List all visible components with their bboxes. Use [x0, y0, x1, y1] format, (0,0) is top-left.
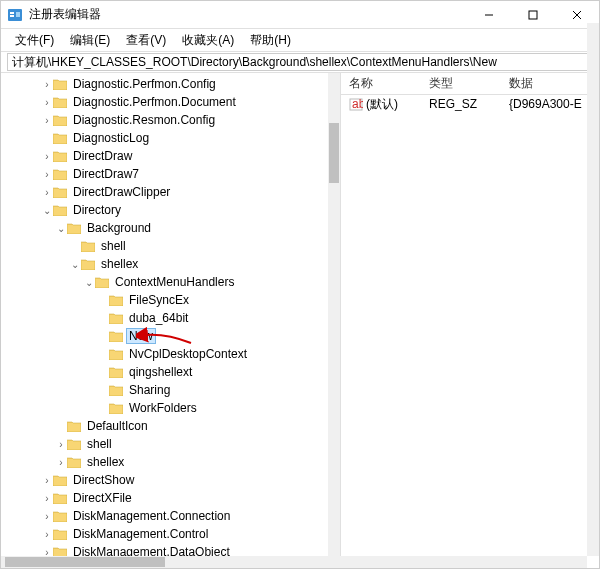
- chevron-down-icon[interactable]: ⌄: [83, 277, 95, 288]
- menubar: 文件(F) 编辑(E) 查看(V) 收藏夹(A) 帮助(H): [1, 29, 599, 51]
- tree-item-label: DefaultIcon: [84, 418, 151, 434]
- tree-item[interactable]: ›DiskManagement.Control: [1, 525, 328, 543]
- tree-item[interactable]: New: [1, 327, 328, 345]
- menu-help[interactable]: 帮助(H): [242, 30, 299, 51]
- chevron-right-icon[interactable]: ›: [55, 457, 67, 468]
- tree-item[interactable]: Sharing: [1, 381, 328, 399]
- maximize-button[interactable]: [511, 1, 555, 29]
- tree-item[interactable]: qingshellext: [1, 363, 328, 381]
- folder-icon: [53, 150, 67, 162]
- address-bar: [1, 51, 599, 73]
- chevron-right-icon[interactable]: ›: [41, 115, 53, 126]
- menu-edit[interactable]: 编辑(E): [62, 30, 118, 51]
- chevron-right-icon[interactable]: ›: [41, 97, 53, 108]
- folder-icon: [53, 528, 67, 540]
- tree-item[interactable]: ›shell: [1, 435, 328, 453]
- chevron-right-icon[interactable]: ›: [41, 475, 53, 486]
- tree-item[interactable]: shell: [1, 237, 328, 255]
- list-body[interactable]: ab(默认)REG_SZ{D969A300-E: [341, 95, 599, 568]
- list-row[interactable]: ab(默认)REG_SZ{D969A300-E: [341, 95, 599, 113]
- tree-item[interactable]: ›DirectShow: [1, 471, 328, 489]
- tree-item[interactable]: ⌄shellex: [1, 255, 328, 273]
- list-header: 名称 类型 数据: [341, 73, 599, 95]
- cell-data: {D969A300-E: [501, 97, 599, 111]
- chevron-right-icon[interactable]: ›: [41, 187, 53, 198]
- tree-item[interactable]: ›Diagnostic.Perfmon.Config: [1, 75, 328, 93]
- tree-item[interactable]: WorkFolders: [1, 399, 328, 417]
- tree-item-label: DirectShow: [70, 472, 137, 488]
- folder-icon: [53, 204, 67, 216]
- folder-icon: [53, 132, 67, 144]
- string-value-icon: ab: [349, 97, 363, 111]
- tree-item[interactable]: ›DiskManagement.DataObject: [1, 543, 328, 556]
- folder-icon: [109, 348, 123, 360]
- folder-icon: [53, 474, 67, 486]
- col-type[interactable]: 类型: [421, 75, 501, 92]
- tree-item[interactable]: DefaultIcon: [1, 417, 328, 435]
- tree-item-label: NvCplDesktopContext: [126, 346, 250, 362]
- tree-item[interactable]: ›Diagnostic.Perfmon.Document: [1, 93, 328, 111]
- chevron-right-icon[interactable]: ›: [55, 439, 67, 450]
- tree-item[interactable]: ›DirectDraw7: [1, 165, 328, 183]
- tree-item-label: Diagnostic.Perfmon.Config: [70, 76, 219, 92]
- tree-pane: ›Diagnostic.Perfmon.Config›Diagnostic.Pe…: [1, 73, 341, 568]
- tree-item[interactable]: FileSyncEx: [1, 291, 328, 309]
- tree-item[interactable]: DiagnosticLog: [1, 129, 328, 147]
- tree-item-label: Background: [84, 220, 154, 236]
- chevron-right-icon[interactable]: ›: [41, 79, 53, 90]
- tree-item[interactable]: ⌄ContextMenuHandlers: [1, 273, 328, 291]
- tree-item-label: Diagnostic.Perfmon.Document: [70, 94, 239, 110]
- folder-icon: [53, 510, 67, 522]
- chevron-down-icon[interactable]: ⌄: [41, 205, 53, 216]
- chevron-right-icon[interactable]: ›: [41, 151, 53, 162]
- col-data[interactable]: 数据: [501, 75, 599, 92]
- tree-item-label: qingshellext: [126, 364, 195, 380]
- folder-icon: [53, 114, 67, 126]
- address-input[interactable]: [7, 53, 593, 71]
- chevron-right-icon[interactable]: ›: [41, 529, 53, 540]
- folder-icon: [95, 276, 109, 288]
- minimize-button[interactable]: [467, 1, 511, 29]
- col-name[interactable]: 名称: [341, 75, 421, 92]
- tree-item[interactable]: ›DiskManagement.Connection: [1, 507, 328, 525]
- window-controls: [467, 1, 599, 29]
- tree-item[interactable]: ›shellex: [1, 453, 328, 471]
- folder-icon: [109, 312, 123, 324]
- menu-favorites[interactable]: 收藏夹(A): [174, 30, 242, 51]
- tree[interactable]: ›Diagnostic.Perfmon.Config›Diagnostic.Pe…: [1, 73, 328, 556]
- menu-view[interactable]: 查看(V): [118, 30, 174, 51]
- tree-item-label: DirectXFile: [70, 490, 135, 506]
- tree-item[interactable]: ⌄Background: [1, 219, 328, 237]
- tree-item[interactable]: ›DirectDraw: [1, 147, 328, 165]
- tree-item[interactable]: ⌄Directory: [1, 201, 328, 219]
- folder-icon: [109, 294, 123, 306]
- tree-item-label: Directory: [70, 202, 124, 218]
- svg-rect-5: [529, 11, 537, 19]
- cell-name: ab(默认): [341, 96, 421, 113]
- list-hscrollbar[interactable]: [1, 556, 587, 568]
- tree-vscrollbar[interactable]: [328, 73, 340, 556]
- menu-file[interactable]: 文件(F): [7, 30, 62, 51]
- tree-item[interactable]: ›DirectDrawClipper: [1, 183, 328, 201]
- chevron-down-icon[interactable]: ⌄: [69, 259, 81, 270]
- tree-item-label: New: [126, 328, 156, 344]
- tree-item-label: DirectDrawClipper: [70, 184, 173, 200]
- tree-item-label: Sharing: [126, 382, 173, 398]
- folder-icon: [53, 546, 67, 556]
- folder-icon: [67, 420, 81, 432]
- chevron-right-icon[interactable]: ›: [41, 547, 53, 557]
- tree-item[interactable]: ›DirectXFile: [1, 489, 328, 507]
- folder-icon: [67, 438, 81, 450]
- tree-item-label: DiskManagement.Control: [70, 526, 211, 542]
- chevron-right-icon[interactable]: ›: [41, 169, 53, 180]
- chevron-right-icon[interactable]: ›: [41, 511, 53, 522]
- list-vscrollbar[interactable]: [587, 23, 599, 556]
- tree-item[interactable]: duba_64bit: [1, 309, 328, 327]
- chevron-right-icon[interactable]: ›: [41, 493, 53, 504]
- folder-icon: [109, 330, 123, 342]
- folder-icon: [67, 456, 81, 468]
- tree-item[interactable]: NvCplDesktopContext: [1, 345, 328, 363]
- chevron-down-icon[interactable]: ⌄: [55, 223, 67, 234]
- tree-item[interactable]: ›Diagnostic.Resmon.Config: [1, 111, 328, 129]
- list-pane: 名称 类型 数据 ab(默认)REG_SZ{D969A300-E: [341, 73, 599, 568]
